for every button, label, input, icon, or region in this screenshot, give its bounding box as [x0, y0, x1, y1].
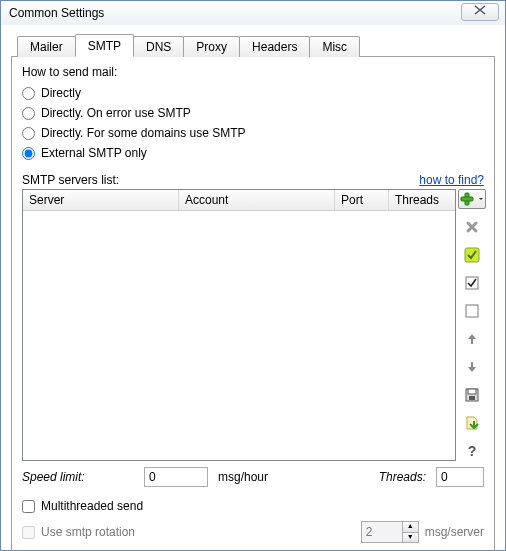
radio-directly[interactable]: Directly [22, 83, 484, 103]
rotation-label: Use smtp rotation [41, 525, 135, 539]
rotation-unit-label: msg/server [425, 525, 484, 539]
tab-smtp[interactable]: SMTP [75, 34, 134, 57]
check-all-icon[interactable] [462, 245, 482, 265]
rotation-spin-input [362, 522, 402, 542]
tab-proxy[interactable]: Proxy [183, 36, 240, 57]
close-button[interactable] [461, 3, 499, 21]
tab-mailer[interactable]: Mailer [17, 36, 76, 57]
speed-unit-label: msg/hour [218, 470, 268, 484]
radio-directly-onerror[interactable]: Directly. On error use SMTP [22, 103, 484, 123]
client-area: Mailer SMTP DNS Proxy Headers Misc How t… [1, 25, 505, 551]
help-icon[interactable]: ? [462, 441, 482, 461]
multithread-label: Multithreaded send [41, 499, 143, 513]
svg-rect-6 [468, 389, 476, 394]
tab-dns[interactable]: DNS [133, 36, 184, 57]
radio-external-only[interactable]: External SMTP only [22, 143, 484, 163]
tabpage-smtp: How to send mail: Directly Directly. On … [11, 57, 495, 551]
svg-rect-7 [469, 396, 475, 400]
send-mode-group: How to send mail: Directly Directly. On … [22, 65, 484, 163]
radio-external-only-label: External SMTP only [41, 146, 147, 160]
move-down-icon[interactable] [462, 357, 482, 377]
speed-limit-input[interactable] [144, 467, 208, 487]
threads-input[interactable] [436, 467, 484, 487]
servers-list-area: Server Account Port Threads [22, 189, 484, 461]
radio-directly-label: Directly [41, 86, 81, 100]
import-icon[interactable] [462, 413, 482, 433]
col-account[interactable]: Account [179, 190, 335, 210]
col-port[interactable]: Port [335, 190, 389, 210]
delete-icon[interactable] [462, 217, 482, 237]
radio-directly-domains[interactable]: Directly. For some domains use SMTP [22, 123, 484, 143]
grid-toolbar: ? [460, 189, 484, 461]
col-threads[interactable]: Threads [389, 190, 455, 210]
spin-up-icon: ▲ [402, 522, 418, 533]
grid-header: Server Account Port Threads [23, 190, 455, 211]
radio-directly-domains-label: Directly. For some domains use SMTP [41, 126, 246, 140]
col-server[interactable]: Server [23, 190, 179, 210]
how-to-find-link[interactable]: how to find? [419, 173, 484, 187]
servers-grid[interactable]: Server Account Port Threads [22, 189, 456, 461]
tabstrip: Mailer SMTP DNS Proxy Headers Misc [11, 33, 495, 57]
svg-rect-1 [461, 197, 473, 201]
rotation-spin: ▲ ▼ [361, 521, 419, 543]
dialog-window: Common Settings Mailer SMTP DNS Proxy He… [0, 0, 506, 551]
titlebar: Common Settings [1, 1, 505, 25]
svg-rect-4 [466, 305, 478, 317]
send-mode-label: How to send mail: [22, 65, 484, 79]
move-up-icon[interactable] [462, 329, 482, 349]
radio-directly-onerror-label: Directly. On error use SMTP [41, 106, 191, 120]
add-icon[interactable] [458, 189, 486, 209]
spin-down-icon: ▼ [402, 533, 418, 543]
window-title: Common Settings [9, 6, 104, 20]
checks-area: Multithreaded send Use smtp rotation ▲ [22, 495, 484, 547]
multithread-check[interactable]: Multithreaded send [22, 497, 143, 515]
checked-icon[interactable] [462, 273, 482, 293]
grid-body[interactable] [23, 211, 455, 460]
tab-misc[interactable]: Misc [309, 36, 360, 57]
rotation-check: Use smtp rotation [22, 523, 135, 541]
svg-rect-3 [466, 277, 478, 289]
speed-limit-label: Speed limit: [22, 470, 134, 484]
below-grid: Speed limit: msg/hour Threads: Multithre… [22, 467, 484, 547]
unchecked-icon[interactable] [462, 301, 482, 321]
servers-list-label: SMTP servers list: [22, 173, 119, 187]
save-icon[interactable] [462, 385, 482, 405]
threads-label: Threads: [379, 470, 426, 484]
tab-headers[interactable]: Headers [239, 36, 310, 57]
